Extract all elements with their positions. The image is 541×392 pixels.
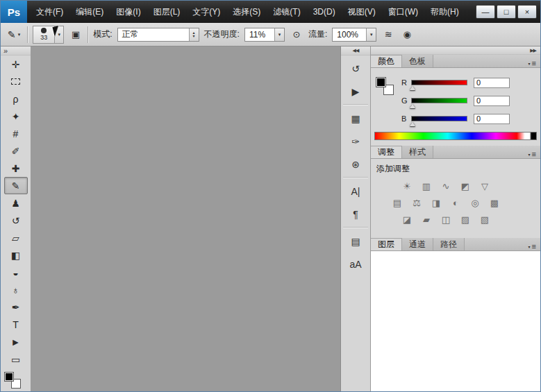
tool-presets-panel-button[interactable]: ▦ [344,109,368,128]
panel-menu-button[interactable]: ▾≡ [528,150,540,158]
pressure-opacity-button[interactable]: ⊙ [290,27,303,42]
color-tabbar: 颜色 色板 ▾≡ [371,55,540,68]
tab-styles[interactable]: 样式 [402,146,433,158]
toggle-brush-panel-button[interactable]: ▣ [69,27,83,42]
dropdown-arrow-icon[interactable]: ▾ [366,28,376,41]
menu-edit[interactable]: 编辑(E) [69,1,110,23]
tool-preset-picker[interactable]: ✎ ▾ [6,28,22,42]
foreground-color-swatch[interactable] [4,372,14,382]
rectangle-tool[interactable]: ▭ [4,350,28,368]
brush-tool[interactable]: ✎ [4,177,28,194]
flow-select[interactable]: 100% ▾ [332,28,376,42]
brush-panel-button[interactable]: ✑ [344,132,368,151]
invert-button[interactable]: ◪ [400,214,414,225]
eyedropper-tool[interactable]: ✐ [4,142,28,160]
color-swatches [4,372,21,389]
channel-g-input[interactable] [474,96,510,106]
actions-panel-button[interactable]: ▶ [344,82,368,101]
rectangular-marquee-tool[interactable] [4,73,28,90]
pen-tool[interactable]: ✒ [4,298,28,316]
tab-adjustments[interactable]: 调整 [371,146,402,158]
selective-color-icon: ▨ [461,214,469,225]
selective-color-button[interactable]: ▨ [458,214,472,225]
slider-thumb[interactable] [410,104,415,108]
dodge-tool[interactable]: ♁ [4,281,28,298]
foreground-color-swatch[interactable] [376,77,386,87]
tab-swatches[interactable]: 色板 [402,55,433,67]
channel-g-slider[interactable] [411,98,467,103]
layers-panel-body [371,251,540,392]
menu-window[interactable]: 窗口(W) [382,1,424,23]
clone-source-panel-button[interactable]: ⊛ [344,155,368,174]
character-styles-panel-button[interactable]: aA [344,255,368,274]
tab-layers[interactable]: 图层 [371,238,402,250]
hue-saturation-button[interactable]: ▤ [390,198,404,208]
spinner-arrows-icon[interactable]: ▴▾ [189,28,199,41]
menu-select[interactable]: 选择(S) [226,1,267,23]
menu-filter[interactable]: 滤镜(T) [267,1,306,23]
color-lookup-button[interactable]: ▩ [488,198,501,208]
slider-thumb[interactable] [410,86,415,90]
move-tool[interactable]: ✛ [4,56,28,73]
type-tool[interactable]: T [4,316,28,333]
menu-file[interactable]: 文件(F) [30,1,69,23]
quick-selection-tool[interactable]: ✦ [4,108,28,125]
levels-button[interactable]: ▥ [419,181,433,191]
path-selection-tool[interactable]: ► [4,333,28,350]
dock-expand-button[interactable]: ◀◀ [341,46,370,56]
posterize-button[interactable]: ▰ [419,214,433,225]
toolbox-collapse-button[interactable]: » [1,46,31,56]
tab-paths[interactable]: 路径 [433,238,465,250]
gradient-map-button[interactable]: ▧ [478,214,492,225]
tab-channels[interactable]: 通道 [402,238,433,250]
blur-tool[interactable]: ◒ [4,264,28,281]
slider-thumb[interactable] [410,122,415,126]
menu-view[interactable]: 视图(V) [342,1,382,23]
photo-filter-button[interactable]: ◐ [449,198,463,208]
close-button[interactable]: × [517,5,537,19]
opacity-select[interactable]: 11% ▾ [244,28,285,42]
channel-mixer-button[interactable]: ◎ [468,198,482,208]
spot-healing-brush-tool[interactable]: ✚ [4,160,28,177]
menu-3d[interactable]: 3D(D) [307,1,342,23]
paragraph-panel-button[interactable]: ¶ [344,205,368,224]
mode-select[interactable]: 正常 ▴▾ [117,28,199,42]
pen-tool-icon: ✒ [12,302,20,313]
eraser-tool[interactable]: ▱ [4,229,28,246]
pressure-size-button[interactable]: ◉ [400,27,414,42]
clone-stamp-tool[interactable]: ♟ [4,194,28,212]
canvas-area[interactable] [31,46,341,391]
color-balance-button[interactable]: ⚖ [410,198,424,208]
menu-type[interactable]: 文字(Y) [186,1,226,23]
vibrance-button[interactable]: ▽ [478,181,492,191]
curves-button[interactable]: ∿ [439,181,453,191]
airbrush-button[interactable]: ≋ [381,27,395,42]
menu-image[interactable]: 图像(I) [110,1,147,23]
lasso-tool[interactable]: ρ [4,90,28,108]
black-white-button[interactable]: ◨ [429,198,443,208]
channel-b-input[interactable] [474,114,510,124]
dock-collapse-button[interactable]: ▶▶ [371,46,540,55]
exposure-button[interactable]: ◩ [458,181,472,191]
tab-color[interactable]: 颜色 [371,55,402,67]
maximize-button[interactable]: □ [497,5,516,19]
character-panel-button[interactable]: A| [344,182,368,201]
threshold-button[interactable]: ◫ [439,214,453,225]
menu-help[interactable]: 帮助(H) [424,1,465,23]
channel-r-input[interactable] [474,78,510,88]
channel-r-slider[interactable] [411,80,467,85]
history-brush-tool[interactable]: ↺ [4,212,28,229]
posterize-icon: ▰ [423,214,430,225]
minimize-button[interactable]: — [476,5,495,19]
panel-menu-button[interactable]: ▾≡ [528,242,540,250]
brightness-contrast-button[interactable]: ☀ [400,181,414,191]
menu-layer[interactable]: 图层(L) [147,1,187,23]
history-panel-button[interactable]: ↺ [344,59,368,78]
color-spectrum-ramp[interactable] [374,132,537,140]
layer-comps-panel-button[interactable]: ▤ [344,232,368,251]
channel-b-slider[interactable] [411,116,467,121]
gradient-tool[interactable]: ◧ [4,246,28,264]
panel-menu-button[interactable]: ▾≡ [528,59,540,67]
crop-tool[interactable]: # [4,125,28,142]
dropdown-arrow-icon[interactable]: ▾ [274,28,284,41]
